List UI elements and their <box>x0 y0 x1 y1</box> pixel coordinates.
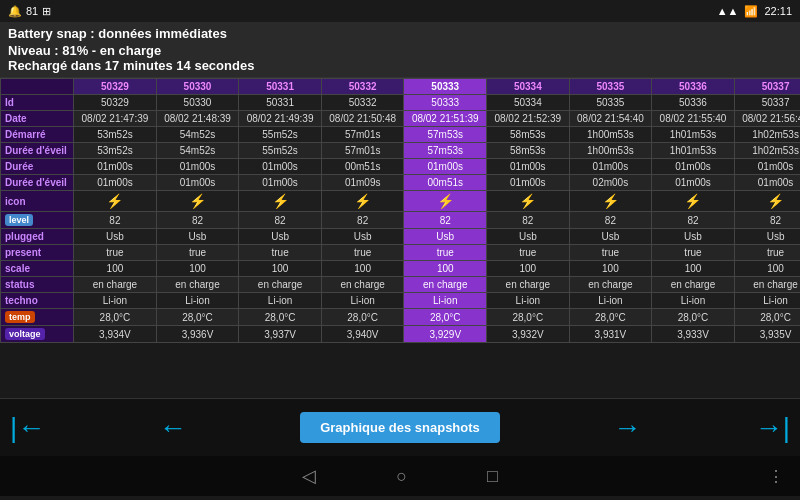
table-cell: 3,931V <box>569 326 652 343</box>
android-nav-inner: ◁ ○ □ ⋮ <box>0 465 800 487</box>
table-cell: ⚡ <box>487 191 570 212</box>
table-header-row: 5032950330503315033250333503345033550336… <box>1 79 801 95</box>
label-header <box>1 79 74 95</box>
table-row: presenttruetruetruetruetruetruetruetruet… <box>1 245 801 261</box>
table-cell: 50333 <box>404 95 487 111</box>
table-cell: 58m53s <box>487 143 570 159</box>
home-button[interactable]: ○ <box>396 466 407 487</box>
table-container[interactable]: 5032950330503315033250333503345033550336… <box>0 78 800 398</box>
table-cell: 01m09s <box>321 175 404 191</box>
recent-apps-button[interactable]: □ <box>487 466 498 487</box>
table-cell: 58m53s <box>487 127 570 143</box>
table-cell: 08/02 21:47:39 <box>74 111 157 127</box>
column-header-50329: 50329 <box>74 79 157 95</box>
scroll-left-button[interactable]: ← <box>159 412 187 444</box>
table-cell: 82 <box>239 212 322 229</box>
column-header-50330: 50330 <box>156 79 239 95</box>
menu-dots-button[interactable]: ⋮ <box>768 467 784 486</box>
table-cell: 01m00s <box>239 159 322 175</box>
table-cell: Li-ion <box>569 293 652 309</box>
table-cell: Li-ion <box>74 293 157 309</box>
table-row: Démarré53m52s54m52s55m52s57m01s57m53s58m… <box>1 127 801 143</box>
scroll-far-right-button[interactable]: →| <box>755 412 790 444</box>
extra-icon: ⊞ <box>42 5 51 18</box>
table-row: Durée d'éveil53m52s54m52s55m52s57m01s57m… <box>1 143 801 159</box>
table-cell: 01m00s <box>652 159 735 175</box>
signal-icon: 📶 <box>744 5 758 18</box>
table-cell: 50334 <box>487 95 570 111</box>
table-cell: 1h02m53s <box>734 143 800 159</box>
table-cell: 82 <box>569 212 652 229</box>
bottom-nav: |← ← Graphique des snapshots → →| <box>0 398 800 456</box>
table-cell: 53m52s <box>74 143 157 159</box>
row-label-Id: Id <box>1 95 74 111</box>
table-cell: 55m52s <box>239 143 322 159</box>
status-bar-right: ▲▲ 📶 22:11 <box>717 5 792 18</box>
table-cell: en charge <box>74 277 157 293</box>
table-cell: 3,935V <box>734 326 800 343</box>
scroll-far-left-button[interactable]: |← <box>10 412 45 444</box>
table-cell: ⚡ <box>321 191 404 212</box>
row-label-Durée_d'éveil: Durée d'éveil <box>1 175 74 191</box>
table-cell: en charge <box>156 277 239 293</box>
table-cell: Li-ion <box>652 293 735 309</box>
column-header-50337: 50337 <box>734 79 800 95</box>
table-cell: en charge <box>239 277 322 293</box>
back-button[interactable]: ◁ <box>302 465 316 487</box>
column-header-50334: 50334 <box>487 79 570 95</box>
table-cell: en charge <box>652 277 735 293</box>
table-cell: Li-ion <box>321 293 404 309</box>
battery-status-icon: 81 <box>26 5 38 17</box>
table-body: Id50329503305033150332503335033450335503… <box>1 95 801 343</box>
table-cell: Usb <box>74 229 157 245</box>
table-cell: en charge <box>487 277 570 293</box>
table-cell: true <box>74 245 157 261</box>
table-cell: en charge <box>404 277 487 293</box>
row-label-icon: icon <box>1 191 74 212</box>
table-cell: 3,937V <box>239 326 322 343</box>
row-label-level: level <box>1 212 74 229</box>
table-cell: 08/02 21:52:39 <box>487 111 570 127</box>
table-cell: 82 <box>487 212 570 229</box>
table-cell: Li-ion <box>156 293 239 309</box>
column-header-50331: 50331 <box>239 79 322 95</box>
table-cell: 100 <box>404 261 487 277</box>
table-cell: true <box>487 245 570 261</box>
column-header-50336: 50336 <box>652 79 735 95</box>
table-cell: true <box>734 245 800 261</box>
row-label-temp: temp <box>1 309 74 326</box>
table-cell: ⚡ <box>652 191 735 212</box>
table-row: scale100100100100100100100100100100 <box>1 261 801 277</box>
table-cell: Usb <box>487 229 570 245</box>
table-cell: true <box>156 245 239 261</box>
table-cell: Li-ion <box>239 293 322 309</box>
table-cell: 08/02 21:56:40 <box>734 111 800 127</box>
table-cell: 00m51s <box>321 159 404 175</box>
table-row: pluggedUsbUsbUsbUsbUsbUsbUsbUsbUsbUsb <box>1 229 801 245</box>
table-cell: 3,932V <box>487 326 570 343</box>
snapshot-graph-button[interactable]: Graphique des snapshots <box>300 412 500 443</box>
table-cell: 53m52s <box>74 127 157 143</box>
table-cell: 1h01m53s <box>652 127 735 143</box>
table-cell: 100 <box>569 261 652 277</box>
table-row: technoLi-ionLi-ionLi-ionLi-ionLi-ionLi-i… <box>1 293 801 309</box>
table-cell: 3,940V <box>321 326 404 343</box>
row-label-Démarré: Démarré <box>1 127 74 143</box>
table-cell: 28,0°C <box>321 309 404 326</box>
table-cell: 82 <box>734 212 800 229</box>
table-cell: 100 <box>321 261 404 277</box>
table-cell: 01m00s <box>487 175 570 191</box>
table-cell: true <box>404 245 487 261</box>
table-cell: 57m53s <box>404 127 487 143</box>
row-label-plugged: plugged <box>1 229 74 245</box>
table-cell: 100 <box>487 261 570 277</box>
table-cell: 08/02 21:55:40 <box>652 111 735 127</box>
table-row: icon⚡⚡⚡⚡⚡⚡⚡⚡⚡⚡ <box>1 191 801 212</box>
table-cell: 28,0°C <box>404 309 487 326</box>
table-cell: 28,0°C <box>652 309 735 326</box>
table-cell: 1h00m53s <box>569 143 652 159</box>
table-cell: 54m52s <box>156 143 239 159</box>
column-header-50332: 50332 <box>321 79 404 95</box>
scroll-right-button[interactable]: → <box>613 412 641 444</box>
table-cell: 57m01s <box>321 127 404 143</box>
